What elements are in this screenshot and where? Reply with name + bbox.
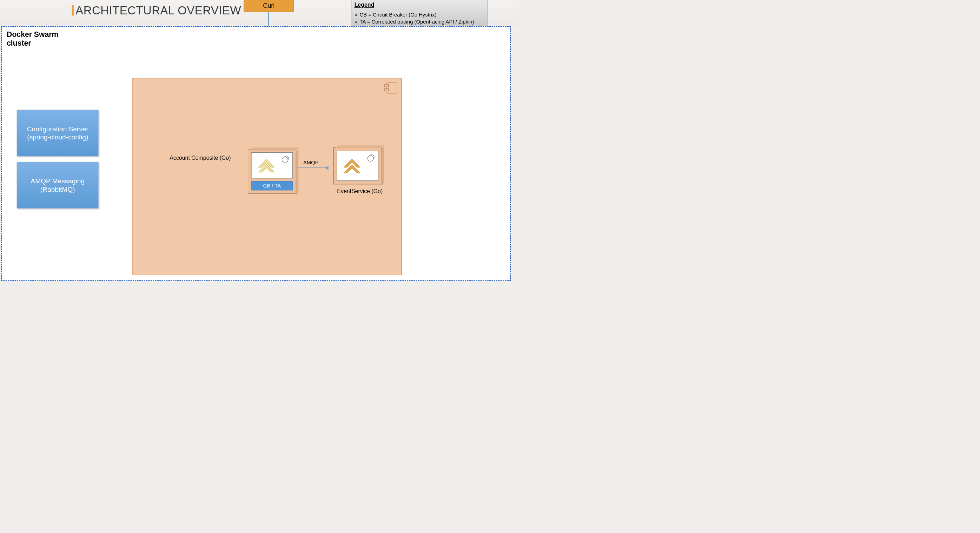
title-text: ARCHITECTURAL OVERVIEW: [75, 4, 241, 17]
service-inner: [251, 153, 293, 178]
cb-ta-pill: CB / TA: [251, 181, 293, 190]
svg-rect-1: [384, 84, 388, 87]
amqp-arrow-label: AMQP: [303, 160, 319, 166]
component-container: Account Composite (Go) CB / TA: [132, 78, 401, 275]
curl-label: Curl: [263, 2, 275, 9]
svg-point-10: [368, 156, 374, 162]
svg-rect-0: [387, 83, 397, 93]
account-composite-service: CB / TA: [248, 149, 296, 194]
circle-icon: [281, 156, 289, 164]
chevron-icon: [257, 158, 275, 175]
component-icon: [384, 83, 397, 94]
swarm-label: Docker Swarm cluster: [7, 30, 58, 48]
config-server-box: Configuration Server (spring-cloud-confi…: [17, 110, 99, 157]
legend-list: CB = Circuit Breaker (Go Hystrix) TA = C…: [355, 11, 485, 25]
svg-point-6: [282, 157, 288, 163]
legend-item: TA = Correlated tracing (Opentracing API…: [360, 18, 484, 25]
amqp-messaging-box: AMQP Messaging (RabbitMQ): [17, 162, 99, 208]
title-accent-bar: [72, 5, 74, 16]
legend-title: Legend: [355, 2, 485, 8]
event-service: [334, 147, 382, 185]
curl-box: Curl: [243, 0, 294, 12]
legend-box: Legend CB = Circuit Breaker (Go Hystrix)…: [352, 0, 488, 30]
legend-item: CB = Circuit Breaker (Go Hystrix): [360, 11, 484, 18]
page-title: ARCHITECTURAL OVERVIEW: [72, 4, 241, 17]
amqp-messaging-label: AMQP Messaging (RabbitMQ): [19, 177, 97, 194]
account-composite-label: Account Composite (Go): [170, 154, 231, 161]
event-service-label: EventService (Go): [337, 188, 383, 194]
diagram-canvas: ARCHITECTURAL OVERVIEW Curl Legend CB = …: [0, 0, 520, 283]
svg-rect-2: [384, 89, 388, 91]
service-inner: [337, 151, 379, 181]
config-server-label: Configuration Server (spring-cloud-confi…: [27, 125, 89, 142]
arrow-account-to-event: [297, 167, 329, 168]
chevron-icon: [342, 157, 361, 177]
circle-icon: [367, 154, 375, 162]
